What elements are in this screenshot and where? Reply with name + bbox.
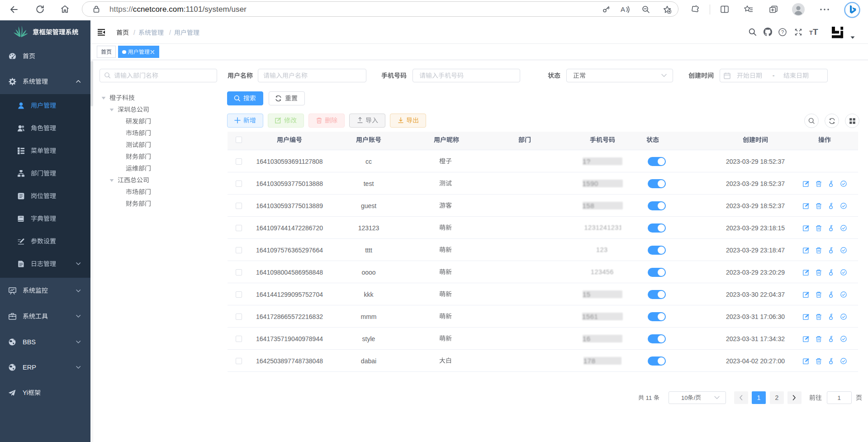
svg-text:A: A [621,5,625,13]
svg-text:?: ? [781,29,784,35]
